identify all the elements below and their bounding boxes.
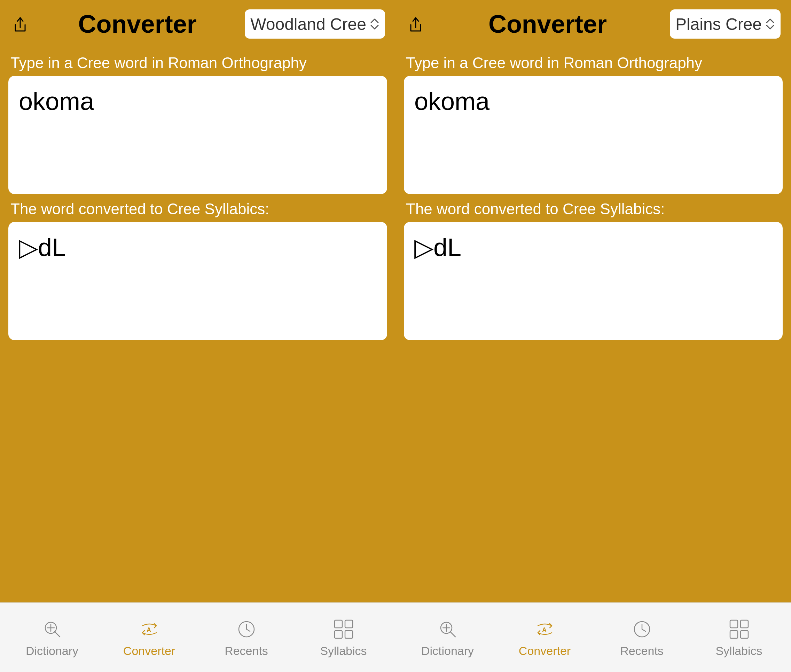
svg-rect-21 (741, 630, 748, 638)
right-dialect-selector[interactable]: Plains Cree (670, 10, 781, 38)
left-tab-converter-label: Converter (123, 644, 175, 658)
left-output-text: ▷dL (19, 232, 377, 262)
right-syllabics-icon (727, 617, 751, 642)
right-header: Converter Plains Cree (396, 0, 791, 48)
right-output-box: ▷dL (404, 222, 783, 340)
left-converter-icon: A (137, 617, 162, 642)
left-output-box: ▷dL (8, 222, 387, 340)
right-recents-icon (630, 617, 654, 642)
left-input-text: okoma (19, 86, 377, 116)
svg-rect-8 (345, 620, 353, 628)
left-input-box[interactable]: okoma (8, 76, 387, 194)
right-panel: Converter Plains Cree Type in a Cree wor… (396, 0, 791, 672)
right-main-content: Type in a Cree word in Roman Orthography… (396, 48, 791, 672)
left-tab-recents[interactable]: Recents (198, 617, 295, 658)
svg-rect-18 (730, 620, 738, 628)
right-tab-converter[interactable]: A Converter (496, 617, 593, 658)
right-stepper-icon[interactable] (765, 18, 775, 30)
left-instruction: Type in a Cree word in Roman Orthography (0, 48, 396, 76)
left-main-content: Type in a Cree word in Roman Orthography… (0, 48, 396, 672)
right-input-box[interactable]: okoma (404, 76, 783, 194)
right-tab-syllabics-label: Syllabics (716, 644, 762, 658)
right-dictionary-icon (436, 617, 460, 642)
right-tab-converter-label: Converter (519, 644, 571, 658)
right-dialect-label: Plains Cree (675, 14, 762, 34)
left-recents-icon (234, 617, 259, 642)
right-tab-bar: Dictionary A Converter Recen (396, 602, 791, 672)
right-tab-recents-label: Recents (620, 644, 664, 658)
svg-rect-20 (730, 630, 738, 638)
left-dialect-selector[interactable]: Woodland Cree (245, 10, 385, 38)
right-tab-dictionary[interactable]: Dictionary (399, 617, 496, 658)
left-tab-syllabics-label: Syllabics (320, 644, 367, 658)
right-header-title: Converter (432, 10, 663, 38)
svg-rect-19 (741, 620, 748, 628)
left-tab-syllabics[interactable]: Syllabics (295, 617, 392, 658)
left-tab-converter[interactable]: A Converter (101, 617, 198, 658)
left-panel: Converter Woodland Cree Type in a Cree w… (0, 0, 396, 672)
left-tab-dictionary-label: Dictionary (26, 644, 78, 658)
left-tab-bar: Dictionary A Converter Recen (0, 602, 396, 672)
left-tab-dictionary[interactable]: Dictionary (3, 617, 101, 658)
right-instruction: Type in a Cree word in Roman Orthography (396, 48, 791, 76)
svg-text:A: A (146, 626, 151, 634)
left-syllabics-icon (331, 617, 356, 642)
right-converter-icon: A (533, 617, 557, 642)
right-output-text: ▷dL (414, 232, 772, 262)
left-output-label: The word converted to Cree Syllabics: (0, 194, 396, 222)
right-tab-recents[interactable]: Recents (593, 617, 690, 658)
right-input-text: okoma (414, 86, 772, 116)
svg-rect-9 (335, 630, 342, 638)
right-share-icon[interactable] (406, 14, 425, 34)
left-dictionary-icon (40, 617, 64, 642)
left-tab-recents-label: Recents (225, 644, 268, 658)
left-stepper-icon[interactable] (370, 18, 379, 30)
svg-rect-7 (335, 620, 342, 628)
left-share-icon[interactable] (10, 14, 30, 34)
svg-line-13 (450, 632, 456, 637)
svg-rect-10 (345, 630, 353, 638)
svg-text:A: A (542, 626, 547, 634)
right-output-label: The word converted to Cree Syllabics: (396, 194, 791, 222)
left-dialect-label: Woodland Cree (250, 14, 366, 34)
left-header: Converter Woodland Cree (0, 0, 396, 48)
right-tab-syllabics[interactable]: Syllabics (690, 617, 788, 658)
left-header-title: Converter (37, 10, 238, 38)
right-tab-dictionary-label: Dictionary (421, 644, 474, 658)
svg-line-2 (55, 632, 60, 637)
